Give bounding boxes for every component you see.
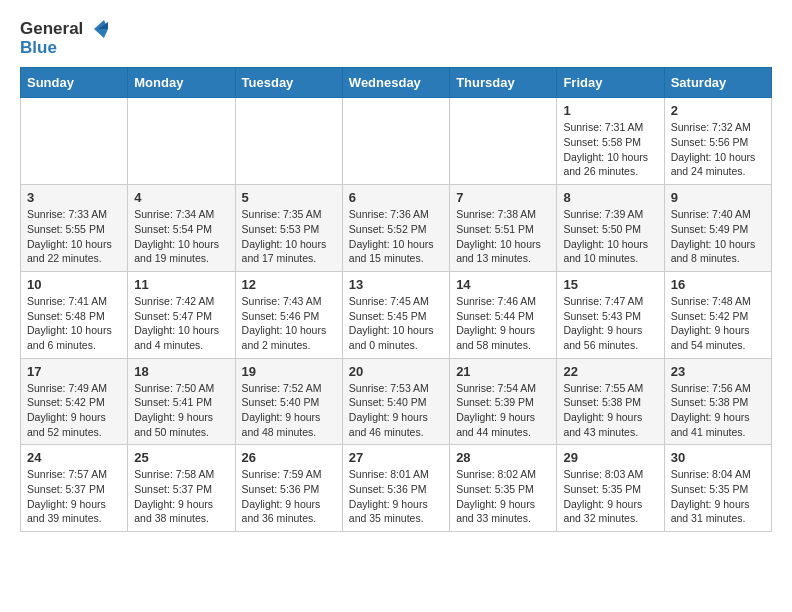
calendar-cell: 25Sunrise: 7:58 AM Sunset: 5:37 PM Dayli… <box>128 445 235 532</box>
day-info: Sunrise: 8:02 AM Sunset: 5:35 PM Dayligh… <box>456 467 550 526</box>
day-number: 28 <box>456 450 550 465</box>
day-number: 19 <box>242 364 336 379</box>
day-number: 11 <box>134 277 228 292</box>
day-number: 20 <box>349 364 443 379</box>
day-info: Sunrise: 7:54 AM Sunset: 5:39 PM Dayligh… <box>456 381 550 440</box>
calendar-cell: 9Sunrise: 7:40 AM Sunset: 5:49 PM Daylig… <box>664 185 771 272</box>
week-row-4: 17Sunrise: 7:49 AM Sunset: 5:42 PM Dayli… <box>21 358 772 445</box>
calendar-cell: 16Sunrise: 7:48 AM Sunset: 5:42 PM Dayli… <box>664 271 771 358</box>
logo-general: General <box>20 20 83 39</box>
logo: General Blue <box>20 20 108 57</box>
week-row-2: 3Sunrise: 7:33 AM Sunset: 5:55 PM Daylig… <box>21 185 772 272</box>
day-info: Sunrise: 7:55 AM Sunset: 5:38 PM Dayligh… <box>563 381 657 440</box>
day-number: 29 <box>563 450 657 465</box>
week-row-5: 24Sunrise: 7:57 AM Sunset: 5:37 PM Dayli… <box>21 445 772 532</box>
calendar-cell <box>235 98 342 185</box>
day-info: Sunrise: 7:42 AM Sunset: 5:47 PM Dayligh… <box>134 294 228 353</box>
calendar-cell: 4Sunrise: 7:34 AM Sunset: 5:54 PM Daylig… <box>128 185 235 272</box>
day-number: 23 <box>671 364 765 379</box>
logo-blue: Blue <box>20 39 57 58</box>
calendar-body: 1Sunrise: 7:31 AM Sunset: 5:58 PM Daylig… <box>21 98 772 532</box>
day-info: Sunrise: 7:32 AM Sunset: 5:56 PM Dayligh… <box>671 120 765 179</box>
calendar-cell <box>21 98 128 185</box>
day-number: 4 <box>134 190 228 205</box>
calendar-cell: 26Sunrise: 7:59 AM Sunset: 5:36 PM Dayli… <box>235 445 342 532</box>
day-info: Sunrise: 7:58 AM Sunset: 5:37 PM Dayligh… <box>134 467 228 526</box>
calendar-cell: 2Sunrise: 7:32 AM Sunset: 5:56 PM Daylig… <box>664 98 771 185</box>
day-number: 9 <box>671 190 765 205</box>
day-header-sunday: Sunday <box>21 68 128 98</box>
calendar-cell: 21Sunrise: 7:54 AM Sunset: 5:39 PM Dayli… <box>450 358 557 445</box>
day-number: 3 <box>27 190 121 205</box>
calendar-cell: 27Sunrise: 8:01 AM Sunset: 5:36 PM Dayli… <box>342 445 449 532</box>
week-row-1: 1Sunrise: 7:31 AM Sunset: 5:58 PM Daylig… <box>21 98 772 185</box>
calendar-cell: 29Sunrise: 8:03 AM Sunset: 5:35 PM Dayli… <box>557 445 664 532</box>
calendar-cell: 20Sunrise: 7:53 AM Sunset: 5:40 PM Dayli… <box>342 358 449 445</box>
calendar-cell: 17Sunrise: 7:49 AM Sunset: 5:42 PM Dayli… <box>21 358 128 445</box>
calendar-cell: 5Sunrise: 7:35 AM Sunset: 5:53 PM Daylig… <box>235 185 342 272</box>
day-info: Sunrise: 7:49 AM Sunset: 5:42 PM Dayligh… <box>27 381 121 440</box>
day-info: Sunrise: 7:47 AM Sunset: 5:43 PM Dayligh… <box>563 294 657 353</box>
day-number: 2 <box>671 103 765 118</box>
day-number: 12 <box>242 277 336 292</box>
day-info: Sunrise: 7:57 AM Sunset: 5:37 PM Dayligh… <box>27 467 121 526</box>
day-info: Sunrise: 7:34 AM Sunset: 5:54 PM Dayligh… <box>134 207 228 266</box>
day-number: 16 <box>671 277 765 292</box>
calendar-cell: 18Sunrise: 7:50 AM Sunset: 5:41 PM Dayli… <box>128 358 235 445</box>
calendar-header-row: SundayMondayTuesdayWednesdayThursdayFrid… <box>21 68 772 98</box>
day-info: Sunrise: 7:31 AM Sunset: 5:58 PM Dayligh… <box>563 120 657 179</box>
day-number: 24 <box>27 450 121 465</box>
day-info: Sunrise: 7:48 AM Sunset: 5:42 PM Dayligh… <box>671 294 765 353</box>
day-info: Sunrise: 8:04 AM Sunset: 5:35 PM Dayligh… <box>671 467 765 526</box>
day-number: 27 <box>349 450 443 465</box>
calendar-cell: 19Sunrise: 7:52 AM Sunset: 5:40 PM Dayli… <box>235 358 342 445</box>
day-info: Sunrise: 7:53 AM Sunset: 5:40 PM Dayligh… <box>349 381 443 440</box>
calendar-cell: 12Sunrise: 7:43 AM Sunset: 5:46 PM Dayli… <box>235 271 342 358</box>
day-number: 1 <box>563 103 657 118</box>
day-info: Sunrise: 7:40 AM Sunset: 5:49 PM Dayligh… <box>671 207 765 266</box>
day-info: Sunrise: 7:56 AM Sunset: 5:38 PM Dayligh… <box>671 381 765 440</box>
day-info: Sunrise: 7:41 AM Sunset: 5:48 PM Dayligh… <box>27 294 121 353</box>
day-number: 25 <box>134 450 228 465</box>
day-info: Sunrise: 8:03 AM Sunset: 5:35 PM Dayligh… <box>563 467 657 526</box>
day-number: 26 <box>242 450 336 465</box>
calendar-cell: 1Sunrise: 7:31 AM Sunset: 5:58 PM Daylig… <box>557 98 664 185</box>
day-info: Sunrise: 7:35 AM Sunset: 5:53 PM Dayligh… <box>242 207 336 266</box>
day-info: Sunrise: 7:59 AM Sunset: 5:36 PM Dayligh… <box>242 467 336 526</box>
day-info: Sunrise: 7:43 AM Sunset: 5:46 PM Dayligh… <box>242 294 336 353</box>
calendar-cell: 28Sunrise: 8:02 AM Sunset: 5:35 PM Dayli… <box>450 445 557 532</box>
logo-text-group: General Blue <box>20 20 108 57</box>
calendar-cell: 15Sunrise: 7:47 AM Sunset: 5:43 PM Dayli… <box>557 271 664 358</box>
day-number: 22 <box>563 364 657 379</box>
calendar-cell: 7Sunrise: 7:38 AM Sunset: 5:51 PM Daylig… <box>450 185 557 272</box>
day-info: Sunrise: 7:50 AM Sunset: 5:41 PM Dayligh… <box>134 381 228 440</box>
day-header-friday: Friday <box>557 68 664 98</box>
day-number: 14 <box>456 277 550 292</box>
day-info: Sunrise: 7:36 AM Sunset: 5:52 PM Dayligh… <box>349 207 443 266</box>
page-header: General Blue <box>20 20 772 57</box>
day-info: Sunrise: 7:39 AM Sunset: 5:50 PM Dayligh… <box>563 207 657 266</box>
day-number: 18 <box>134 364 228 379</box>
day-number: 10 <box>27 277 121 292</box>
day-number: 15 <box>563 277 657 292</box>
logo-row: General <box>20 20 108 39</box>
calendar-cell <box>342 98 449 185</box>
calendar-cell: 3Sunrise: 7:33 AM Sunset: 5:55 PM Daylig… <box>21 185 128 272</box>
day-number: 13 <box>349 277 443 292</box>
day-header-monday: Monday <box>128 68 235 98</box>
day-info: Sunrise: 7:33 AM Sunset: 5:55 PM Dayligh… <box>27 207 121 266</box>
day-number: 30 <box>671 450 765 465</box>
calendar-cell <box>450 98 557 185</box>
day-header-tuesday: Tuesday <box>235 68 342 98</box>
logo-bird-icon <box>86 20 108 38</box>
day-info: Sunrise: 7:52 AM Sunset: 5:40 PM Dayligh… <box>242 381 336 440</box>
day-info: Sunrise: 7:38 AM Sunset: 5:51 PM Dayligh… <box>456 207 550 266</box>
calendar-cell: 11Sunrise: 7:42 AM Sunset: 5:47 PM Dayli… <box>128 271 235 358</box>
calendar-cell <box>128 98 235 185</box>
week-row-3: 10Sunrise: 7:41 AM Sunset: 5:48 PM Dayli… <box>21 271 772 358</box>
calendar-cell: 24Sunrise: 7:57 AM Sunset: 5:37 PM Dayli… <box>21 445 128 532</box>
day-number: 8 <box>563 190 657 205</box>
day-number: 21 <box>456 364 550 379</box>
day-header-saturday: Saturday <box>664 68 771 98</box>
calendar-cell: 6Sunrise: 7:36 AM Sunset: 5:52 PM Daylig… <box>342 185 449 272</box>
